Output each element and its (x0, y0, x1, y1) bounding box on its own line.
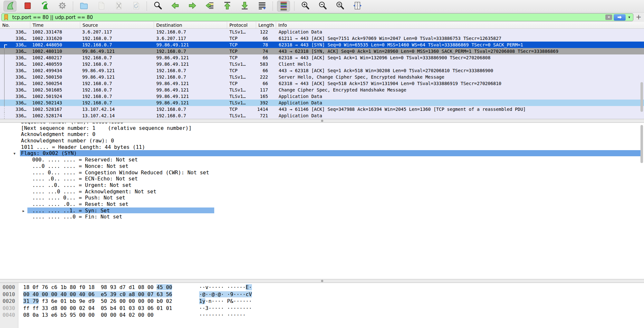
ascii-char[interactable]: · (243, 298, 246, 304)
hex-byte[interactable]: e5 (101, 291, 107, 297)
ascii-char[interactable]: · (215, 284, 218, 290)
splitter-list-details[interactable] (0, 119, 644, 123)
ascii-char[interactable]: n (208, 298, 212, 304)
hex-byte[interactable]: bb (70, 298, 76, 304)
hex-byte[interactable]: 01 (166, 305, 172, 311)
hex-byte[interactable]: 06 (88, 291, 94, 297)
ascii-char[interactable]: · (221, 298, 224, 304)
zoom-out-button[interactable] (316, 1, 329, 12)
hex-byte[interactable]: 08 (23, 312, 29, 318)
add-filter-button[interactable]: + (636, 13, 641, 22)
ascii-char[interactable]: · (239, 284, 243, 290)
ascii-char[interactable]: · (205, 298, 208, 304)
column-header-destination[interactable]: Destination (154, 22, 227, 28)
ascii-char[interactable]: · (215, 291, 218, 297)
ascii-char[interactable]: · (208, 284, 212, 290)
ascii-char[interactable]: @ (212, 291, 215, 297)
ascii-char[interactable]: · (239, 312, 243, 318)
hex-row[interactable]: 002031 79 f3 6e 01 bb 9e d9 50 26 00 00 … (0, 298, 644, 305)
expander-right-icon[interactable]: ▶ (23, 208, 24, 214)
hex-byte[interactable]: 50 (101, 298, 107, 304)
hex-byte[interactable]: 01 (61, 298, 67, 304)
column-header-protocol[interactable]: Protocol (227, 22, 256, 28)
ascii-char[interactable]: · (215, 305, 218, 311)
hex-byte[interactable]: 00 (138, 312, 144, 318)
capture-options-button[interactable] (56, 1, 69, 12)
hex-byte[interactable]: 40 (33, 291, 39, 297)
detail-line[interactable]: .... .... .0.. = Reset: Not set (0, 201, 644, 207)
ascii-char[interactable]: 9 (230, 291, 233, 297)
hex-byte[interactable]: 93 (110, 284, 116, 290)
expander-down-icon[interactable]: ▼ (14, 150, 15, 157)
column-header-time[interactable]: Time (30, 22, 80, 28)
hex-byte[interactable]: 00 (147, 312, 153, 318)
hex-byte[interactable]: 40 (79, 291, 85, 297)
zoom-reset-button[interactable] (333, 1, 346, 12)
packet-row[interactable]: 336…1002.448050192.168.0.799.86.49.121TC… (0, 42, 644, 48)
hex-byte[interactable]: 00 (23, 291, 29, 297)
ascii-char[interactable]: · (199, 284, 202, 290)
packet-row[interactable]: 336…1002.501924192.168.0.799.86.49.121TL… (0, 93, 644, 100)
hex-byte[interactable]: 80 (70, 284, 76, 290)
ascii-char[interactable]: · (205, 312, 208, 318)
packet-row[interactable]: 336…1002.480217192.168.0.799.86.49.121TC… (0, 54, 644, 61)
ascii-char[interactable]: · (236, 284, 240, 290)
ascii-char[interactable]: v (205, 284, 208, 290)
find-packet-button[interactable] (151, 1, 164, 12)
ascii-char[interactable]: · (208, 305, 212, 311)
display-filter-field[interactable]: tcp.port == 80 || udp.port == 80 ✕ ▾ (1, 13, 633, 21)
detail-line[interactable]: .... .... 0... = Push: Not set (0, 195, 644, 201)
hex-byte[interactable]: 04 (120, 312, 126, 318)
restart-capture-button[interactable] (38, 1, 51, 12)
ascii-char[interactable]: · (249, 284, 252, 290)
packet-row[interactable]: 336…1002.52816713.107.42.14192.168.0.7TC… (0, 106, 644, 112)
detail-line[interactable]: 000. .... .... = Reserved: Not set (0, 157, 644, 163)
ascii-char[interactable]: · (221, 284, 224, 290)
hex-byte[interactable]: 0f (33, 284, 39, 290)
ascii-char[interactable]: · (199, 291, 202, 297)
ascii-char[interactable]: · (215, 312, 218, 318)
details-scrollbar-thumb[interactable] (640, 125, 643, 163)
ascii-char[interactable]: · (227, 312, 230, 318)
hex-byte[interactable]: 02 (166, 298, 172, 304)
hex-byte[interactable]: 00 (147, 284, 153, 290)
column-header-no[interactable]: No. (0, 22, 30, 28)
hex-byte[interactable]: f0 (79, 284, 85, 290)
ascii-char[interactable]: · (212, 312, 215, 318)
ascii-char[interactable]: & (230, 298, 233, 304)
packet-row[interactable]: 336…1002.502143192.168.0.799.86.49.121TL… (0, 100, 644, 106)
hex-byte[interactable]: 01 (120, 305, 126, 311)
ascii-char[interactable]: · (236, 298, 240, 304)
detail-line[interactable]: ▶.... .... ..1. = Syn: Set (0, 207, 644, 214)
ascii-char[interactable]: · (202, 305, 206, 311)
packet-row[interactable]: 336…1002.49943499.86.49.121192.168.0.7TC… (0, 67, 644, 74)
ascii-char[interactable]: · (233, 284, 236, 290)
hex-byte[interactable]: 76 (42, 284, 48, 290)
clear-filter-button[interactable]: ✕ (605, 14, 612, 20)
hex-byte[interactable]: 95 (70, 312, 76, 318)
hex-byte[interactable]: 00 (101, 312, 107, 318)
ascii-char[interactable]: · (215, 298, 218, 304)
auto-scroll-button[interactable] (255, 1, 268, 12)
display-filter-input[interactable]: tcp.port == 80 || udp.port == 80 (12, 14, 605, 20)
hex-byte[interactable]: ff (33, 305, 39, 311)
hex-byte[interactable]: 00 (129, 298, 135, 304)
hex-byte[interactable]: 79 (33, 298, 39, 304)
ascii-char[interactable]: · (246, 305, 249, 311)
hex-byte[interactable]: 18 (23, 284, 29, 290)
hex-row[interactable]: 000018 0f 76 c6 1b 80 f0 18 98 93 d7 d1 … (0, 284, 644, 291)
ascii-char[interactable]: · (236, 312, 240, 318)
hex-byte[interactable]: ff (23, 305, 29, 311)
packet-row[interactable]: 336…1002.50015099.86.49.121192.168.0.7TL… (0, 74, 644, 80)
hex-byte[interactable]: b4 (110, 305, 116, 311)
go-back-button[interactable] (168, 1, 181, 12)
hex-byte[interactable]: 05 (101, 305, 107, 311)
go-to-packet-button[interactable] (203, 1, 216, 12)
ascii-char[interactable]: · (208, 291, 212, 297)
hex-byte[interactable]: 02 (79, 305, 85, 311)
detail-line[interactable]: .... .0.. .... = ECN-Echo: Not set (0, 176, 644, 182)
ascii-char[interactable]: · (205, 291, 208, 297)
hex-byte[interactable]: 00 (42, 291, 48, 297)
hex-byte[interactable]: 00 (88, 312, 94, 318)
ascii-char[interactable]: · (227, 284, 230, 290)
